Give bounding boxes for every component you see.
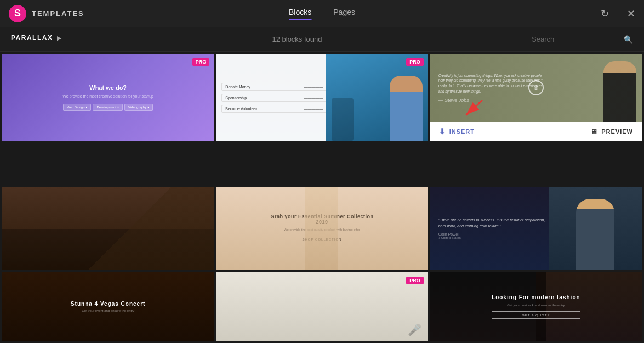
app-title: TEMPLATES — [32, 9, 84, 18]
card-9-title: Looking For modern fashion — [492, 294, 580, 300]
card-9-text: Looking For modern fashion Get your best… — [492, 294, 580, 319]
chevron-right-icon: ▶ — [57, 35, 62, 41]
tab-pages[interactable]: Pages — [333, 8, 355, 20]
card-2-overlay: Donate Money————— Sponsorship————— Becom… — [216, 54, 332, 141]
card-2-photo — [326, 54, 428, 141]
card-3-content: Creativity is just connecting things. Wh… — [430, 54, 642, 122]
card-2-content: Donate Money————— Sponsorship————— Becom… — [216, 54, 428, 141]
download-icon: ⬇ — [439, 127, 446, 136]
card-1-btn-2: Development▾ — [93, 104, 122, 111]
template-card-7[interactable]: Stunna 4 Vegas Concert Get your event an… — [2, 272, 214, 341]
card-3-signature: — Steve Jobs — [438, 98, 546, 103]
header-tabs: Blocks Pages — [289, 8, 355, 20]
template-card-5[interactable]: Grab your Essential Summer Collection201… — [216, 187, 428, 270]
template-card-8[interactable]: PRO 🚲 🎤 — [216, 272, 428, 341]
category-label: PARALLAX — [11, 34, 53, 42]
card-2-row-2: Sponsorship————— — [221, 94, 327, 102]
tab-blocks[interactable]: Blocks — [289, 8, 311, 20]
card-6-text: "There are no secrets to success. It is … — [430, 209, 557, 248]
card-1-content: What we do? We provide the most creative… — [2, 54, 214, 141]
header-actions: ↻ ✕ — [601, 7, 635, 20]
card-1-buttons: Web Design▾ Development▾ Videography▾ — [63, 104, 153, 111]
mic-icon: 🎤 — [408, 323, 421, 336]
zoom-icon: ⊕ — [528, 80, 544, 95]
card-5-content: Grab your Essential Summer Collection201… — [216, 187, 428, 270]
search-icon: 🔍 — [624, 35, 633, 44]
card-6-author: Colin Powell — [438, 232, 549, 236]
template-card-6[interactable]: "There are no secrets to success. It is … — [430, 187, 642, 270]
card-1-subtitle: We provide the most creative solution fo… — [62, 94, 153, 98]
pro-badge: PRO — [406, 277, 424, 284]
pro-badge: PRO — [406, 58, 424, 66]
template-card-9[interactable]: Looking For modern fashion Get your best… — [430, 272, 642, 341]
card-9-subtitle: Get your best look and ensure the entry — [492, 304, 580, 307]
pro-badge: PRO — [192, 58, 210, 66]
category-selector[interactable]: PARALLAX ▶ — [11, 34, 62, 44]
template-grid: PRO What we do? We provide the most crea… — [0, 52, 644, 343]
close-icon: ✕ — [627, 8, 635, 20]
preview-button[interactable]: 🖥 PREVIEW — [582, 128, 642, 136]
card-3-action-bar: ⬇ INSERT 🖥 PREVIEW — [430, 122, 642, 141]
insert-button[interactable]: ⬇ INSERT — [430, 127, 483, 136]
card-7-subtitle: Get your event and ensure the entry — [82, 309, 134, 312]
app-logo: S — [9, 5, 26, 22]
card-7-title: Stunna 4 Vegas Concert — [71, 301, 145, 307]
card-2-row-1: Donate Money————— — [221, 83, 327, 91]
card-1-title: What we do? — [89, 84, 127, 91]
search-area: 🔍 — [532, 35, 633, 44]
card-6-quote: "There are no secrets to success. It is … — [438, 218, 549, 229]
refresh-button[interactable]: ↻ — [601, 8, 609, 20]
card-4-content: ▶ Beautiful and best way to make yourUse… — [2, 187, 214, 270]
close-button[interactable]: ✕ — [627, 8, 635, 20]
card-9-cta[interactable]: GET A QUOTE — [492, 311, 580, 319]
template-card-2[interactable]: PRO Donate Money————— Sponsorship————— B… — [216, 54, 428, 141]
card-1-btn-3: Videography▾ — [124, 104, 153, 111]
template-card-1[interactable]: PRO What we do? We provide the most crea… — [2, 54, 214, 141]
toolbar: PARALLAX ▶ 12 blocks found 🔍 — [0, 27, 644, 52]
card-1-btn-1: Web Design▾ — [63, 104, 92, 111]
refresh-icon: ↻ — [601, 8, 609, 20]
blocks-count: 12 blocks found — [62, 35, 532, 43]
card-6-content: "There are no secrets to success. It is … — [430, 187, 642, 270]
card-6-person — [549, 187, 642, 270]
template-card-3[interactable]: Creativity is just connecting things. Wh… — [430, 54, 642, 141]
card-3-person — [603, 61, 636, 122]
divider — [618, 7, 618, 20]
header: S TEMPLATES Blocks Pages ↻ ✕ — [0, 0, 644, 27]
card-9-content: Looking For modern fashion Get your best… — [430, 272, 642, 341]
template-card-4[interactable]: ▶ Beautiful and best way to make yourUse… — [2, 187, 214, 270]
card-7-content: Stunna 4 Vegas Concert Get your event an… — [2, 272, 214, 341]
monitor-icon: 🖥 — [590, 128, 598, 136]
card-8-content: 🚲 🎤 — [216, 272, 428, 341]
search-input[interactable] — [532, 35, 619, 43]
card-2-row-3: Become Volunteer————— — [221, 105, 327, 113]
logo-area: S TEMPLATES — [9, 5, 84, 22]
card-6-author2: 7 United States — [438, 236, 549, 239]
